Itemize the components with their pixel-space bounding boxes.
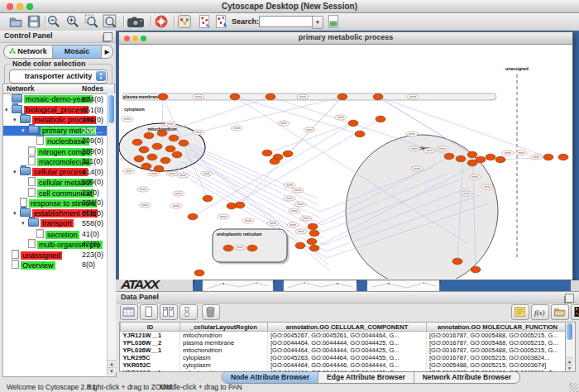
tree-row[interactable]: nitrogen compo209(0) (3, 146, 114, 157)
select-attributes-button[interactable] (160, 304, 178, 320)
table-row[interactable]: YJR121W__1mitochondrion[GO:0045267, GO:0… (121, 332, 569, 340)
tree-row[interactable]: nucleobase-209(0) (3, 136, 114, 146)
resize-grip[interactable] (569, 383, 578, 392)
attribute-notes-button[interactable] (511, 304, 529, 320)
table-row[interactable]: YPL036W__2plasma membrane[GO:0044464, GO… (121, 339, 569, 347)
gene-node[interactable] (355, 131, 365, 137)
gene-node[interactable] (262, 150, 272, 156)
table-column-header[interactable]: _cellularLayoutRegion (180, 323, 268, 332)
float-panel-icon[interactable] (103, 32, 112, 41)
table-column-header[interactable]: ID (121, 323, 180, 332)
table-row[interactable]: YPL036W__1mitochondrion[GO:0044464, GO:0… (121, 347, 569, 354)
expanded-arrow-icon[interactable]: ▾ (13, 167, 20, 178)
tree-row[interactable]: unassigned223(0) (3, 250, 114, 261)
gene-node[interactable] (194, 270, 204, 276)
delete-attribute-button[interactable] (202, 304, 220, 320)
zoom-in-button[interactable] (65, 14, 80, 29)
tab-mosaic[interactable]: Mosaic (53, 45, 102, 58)
gene-node[interactable] (486, 154, 495, 160)
gene-node[interactable] (467, 160, 477, 166)
show-table-button[interactable] (120, 304, 138, 320)
gene-node[interactable] (348, 120, 358, 127)
scroll-down-arrow[interactable]: ▼ (566, 364, 573, 371)
gene-node[interactable] (471, 266, 481, 273)
zoom-fit-button[interactable] (103, 14, 117, 29)
tree-row[interactable]: cell communicat22(0) (3, 188, 114, 198)
gene-node[interactable] (154, 165, 164, 172)
gene-node[interactable] (188, 213, 198, 220)
gene-node[interactable] (295, 242, 305, 249)
tree-row[interactable]: Overview8(0) (3, 260, 114, 270)
unselect-attributes-button[interactable] (179, 304, 198, 320)
tree-row[interactable]: ▾transport558(0) (3, 218, 114, 229)
zoom-out-button[interactable] (46, 14, 61, 29)
gene-node[interactable] (373, 93, 383, 100)
gene-node[interactable] (179, 140, 189, 146)
gene-node[interactable] (309, 230, 319, 237)
gene-node[interactable] (158, 93, 168, 100)
table-row[interactable]: YKR052Ccytoplasm[GO:0044464, GO:0044446,… (121, 361, 569, 369)
tree-row[interactable]: ▾cellular process614(0) (3, 167, 114, 178)
gene-node[interactable] (139, 146, 149, 153)
new-attribute-button[interactable] (140, 304, 158, 320)
gene-node[interactable] (141, 163, 151, 170)
gene-node[interactable] (160, 157, 170, 164)
expanded-arrow-icon[interactable]: ▾ (22, 218, 28, 229)
gene-node[interactable] (452, 258, 462, 265)
scrollbar-thumb[interactable] (108, 95, 114, 123)
gene-node[interactable] (169, 135, 179, 141)
expanded-arrow-icon[interactable]: ▾ (5, 105, 12, 116)
gene-node[interactable] (147, 154, 157, 160)
gene-node[interactable] (235, 202, 245, 208)
function-builder-button[interactable]: f(x) (531, 304, 549, 320)
attribute-table[interactable]: ID_cellularLayoutRegionannotation.GO CEL… (119, 322, 569, 372)
help-button[interactable] (154, 14, 169, 29)
tree-row[interactable]: multi-organism pro42(0) (3, 239, 114, 250)
gene-node[interactable] (558, 154, 568, 160)
gene-node[interactable] (308, 223, 318, 230)
node-color-dropdown[interactable]: transporter activity ▲▼ (9, 69, 108, 84)
gene-node[interactable] (144, 132, 154, 139)
gene-node[interactable] (230, 93, 240, 100)
gene-node[interactable] (157, 130, 167, 136)
table-column-header[interactable]: annotation.GO MOLECULAR_FUNCTION (427, 323, 569, 332)
gene-node[interactable] (270, 158, 280, 165)
expanded-arrow-icon[interactable]: ▾ (13, 115, 20, 126)
gene-node[interactable] (376, 116, 385, 122)
tree-row[interactable]: secretion41(0) (3, 229, 114, 240)
table-column-header[interactable]: annotation.GO CELLULAR_COMPONENT (268, 323, 427, 332)
tree-row[interactable]: cellular metabol209(0) (3, 177, 114, 188)
gene-node[interactable] (134, 155, 144, 162)
gene-node[interactable] (456, 155, 466, 162)
search-dropdown-button[interactable]: ▼ (312, 16, 323, 29)
gene-node[interactable] (266, 93, 275, 100)
tree-scrollbar[interactable]: ▲ ▼ (107, 93, 116, 375)
network-view-window[interactable]: primary metabolic process plasma membran… (118, 31, 573, 280)
tree-row[interactable]: ▾establishment of lo558(0) (3, 208, 114, 219)
copy-network-view-button[interactable] (213, 14, 228, 29)
gene-node[interactable] (444, 153, 454, 160)
tab-network[interactable]: Network (4, 45, 53, 58)
gene-node[interactable] (307, 238, 317, 245)
table-row[interactable]: YLR295Ccytoplasm[GO:0045263, GO:0044464,… (121, 354, 569, 361)
gene-node[interactable] (172, 151, 182, 158)
tree-row[interactable]: mosaic-demo-yeast874(0) (3, 94, 114, 105)
attribute-matrix-button[interactable] (571, 304, 579, 320)
gene-node[interactable] (467, 151, 477, 158)
gene-node[interactable] (165, 146, 175, 152)
expanded-arrow-icon[interactable]: ▾ (13, 208, 20, 219)
search-input[interactable] (259, 16, 313, 27)
select-first-neighbors-button[interactable] (197, 14, 212, 29)
gene-node[interactable] (495, 156, 505, 163)
network-window-titlebar[interactable]: primary metabolic process (119, 32, 572, 45)
expanded-arrow-icon[interactable]: ▾ (22, 126, 28, 136)
gene-node[interactable] (309, 245, 319, 251)
tree-row[interactable]: ▾metabolic process280(0) (3, 115, 114, 126)
zoom-selected-region-button[interactable] (84, 14, 99, 29)
import-attributes-button[interactable] (551, 304, 569, 320)
float-panel-icon[interactable] (565, 294, 574, 303)
gene-node[interactable] (337, 93, 347, 100)
import-table-button[interactable] (326, 14, 341, 29)
gene-node[interactable] (203, 195, 213, 202)
network-canvas[interactable]: plasma membranecytoplasmmitochondrionnuc… (119, 45, 571, 279)
